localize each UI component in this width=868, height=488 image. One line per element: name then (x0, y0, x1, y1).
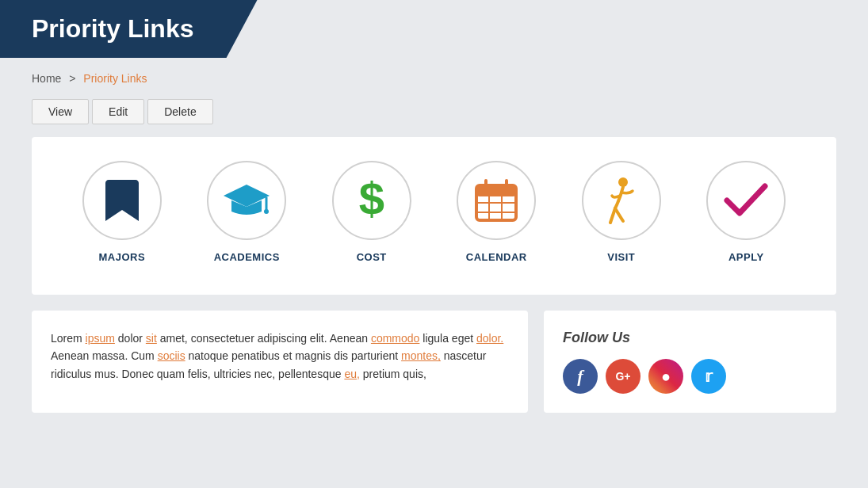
instagram-icon: ● (661, 368, 671, 386)
graduation-icon (224, 181, 270, 219)
cost-circle: $ (332, 161, 411, 240)
cost-link[interactable]: $ COST (332, 161, 411, 263)
lorem-link7[interactable]: eu, (344, 368, 359, 380)
facebook-button[interactable]: f (563, 359, 598, 394)
follow-title: Follow Us (563, 330, 817, 346)
googleplus-icon: G+ (615, 370, 630, 383)
breadcrumb: Home > Priority Links (0, 58, 868, 99)
majors-label: MAJORS (98, 251, 145, 263)
apply-link[interactable]: APPLY (706, 161, 786, 263)
edit-button[interactable]: Edit (92, 99, 144, 124)
lorem-link5[interactable]: sociis (158, 349, 185, 362)
lorem-link1[interactable]: ipsum (86, 332, 115, 345)
delete-button[interactable]: Delete (147, 99, 212, 124)
checkmark-icon (724, 181, 768, 219)
twitter-icon: 𝕣 (705, 367, 713, 386)
googleplus-button[interactable]: G+ (606, 359, 640, 394)
majors-circle (82, 161, 162, 240)
visit-link[interactable]: VISIT (582, 161, 661, 263)
icon-grid: MAJORS ACADEMICS $ (63, 161, 805, 263)
breadcrumb-home[interactable]: Home (32, 72, 61, 85)
svg-text:$: $ (359, 177, 384, 224)
social-icons: f G+ ● 𝕣 (563, 359, 817, 394)
toolbar: View Edit Delete (0, 99, 868, 137)
lorem-text: Lorem ipsum dolor sit amet, consectetuer… (51, 330, 509, 383)
breadcrumb-separator: > (69, 72, 75, 85)
view-button[interactable]: View (32, 99, 89, 124)
lorem-link6[interactable]: montes, (401, 349, 441, 362)
svg-rect-5 (476, 185, 516, 196)
breadcrumb-current: Priority Links (83, 72, 147, 85)
instagram-button[interactable]: ● (648, 359, 683, 394)
apply-circle (706, 161, 786, 240)
lorem-card: Lorem ipsum dolor sit amet, consectetuer… (32, 311, 528, 413)
visit-circle (582, 161, 661, 240)
follow-card: Follow Us f G+ ● 𝕣 (544, 311, 836, 413)
majors-link[interactable]: MAJORS (82, 161, 162, 263)
calendar-icon (475, 179, 518, 222)
academics-link[interactable]: ACADEMICS (207, 161, 286, 263)
calendar-circle (457, 161, 536, 240)
bookmark-icon (105, 180, 139, 221)
svg-point-2 (264, 209, 269, 214)
svg-marker-0 (224, 185, 270, 207)
calendar-link[interactable]: CALENDAR (457, 161, 536, 263)
lorem-link3[interactable]: commodo (371, 332, 419, 345)
academics-label: ACADEMICS (214, 251, 280, 263)
priority-links-card: MAJORS ACADEMICS $ (32, 137, 836, 295)
twitter-button[interactable]: 𝕣 (691, 359, 726, 394)
page-header: Priority Links (0, 0, 258, 58)
facebook-icon: f (577, 366, 583, 387)
page-title: Priority Links (32, 14, 194, 44)
walking-icon (606, 177, 637, 224)
visit-label: VISIT (607, 251, 635, 263)
calendar-label: CALENDAR (466, 251, 527, 263)
dollar-icon: $ (356, 177, 388, 224)
academics-circle (207, 161, 286, 240)
lorem-link4[interactable]: dolor. (476, 332, 503, 345)
lorem-link2[interactable]: sit (146, 332, 157, 345)
bottom-section: Lorem ipsum dolor sit amet, consectetuer… (32, 311, 836, 413)
cost-label: COST (357, 251, 387, 263)
apply-label: APPLY (728, 251, 764, 263)
